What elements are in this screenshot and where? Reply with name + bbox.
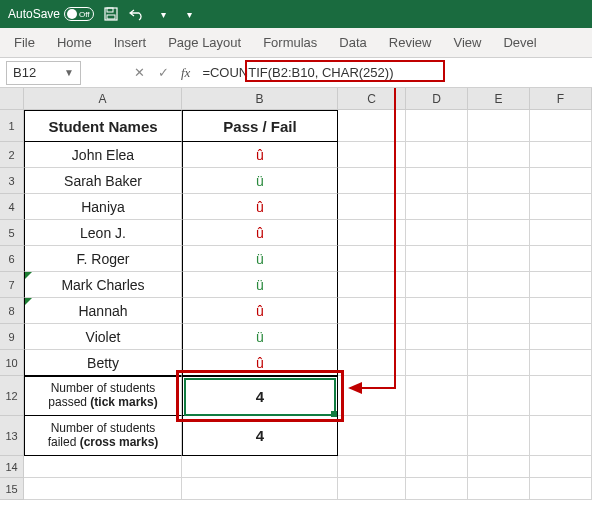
cell-A6[interactable]: F. Roger [24,246,182,272]
enter-formula-icon[interactable]: ✓ [155,65,171,80]
autosave-switch[interactable]: Off [64,7,94,21]
cell-D10[interactable] [406,350,468,376]
name-box[interactable]: B12 ▼ [6,61,81,85]
cell-A7[interactable]: Mark Charles [24,272,182,298]
fx-label[interactable]: fx [181,65,190,81]
cell-A12[interactable]: Number of students passed (tick marks) [24,376,182,416]
cell-E2[interactable] [468,142,530,168]
cell-D9[interactable] [406,324,468,350]
tab-formulas[interactable]: Formulas [263,35,317,50]
tab-view[interactable]: View [453,35,481,50]
cell-B4[interactable]: û [182,194,338,220]
row-header-10[interactable]: 10 [0,350,24,376]
cell-B1[interactable]: Pass / Fail [182,110,338,142]
row-header-15[interactable]: 15 [0,478,24,500]
cell-C5[interactable] [338,220,406,246]
cell-F15[interactable] [530,478,592,500]
cell-A4[interactable]: Haniya [24,194,182,220]
cell-A2[interactable]: John Elea [24,142,182,168]
cell-C6[interactable] [338,246,406,272]
cell-D12[interactable] [406,376,468,416]
cell-C2[interactable] [338,142,406,168]
cell-E13[interactable] [468,416,530,456]
cell-C14[interactable] [338,456,406,478]
cell-B9[interactable]: ü [182,324,338,350]
cell-C12[interactable] [338,376,406,416]
cell-F10[interactable] [530,350,592,376]
cell-E8[interactable] [468,298,530,324]
cell-E15[interactable] [468,478,530,500]
row-header-2[interactable]: 2 [0,142,24,168]
select-all-corner[interactable] [0,88,24,109]
cell-E1[interactable] [468,110,530,142]
cell-E9[interactable] [468,324,530,350]
cell-C3[interactable] [338,168,406,194]
row-header-3[interactable]: 3 [0,168,24,194]
cell-F13[interactable] [530,416,592,456]
cell-D13[interactable] [406,416,468,456]
tab-insert[interactable]: Insert [114,35,147,50]
cell-D3[interactable] [406,168,468,194]
cell-D5[interactable] [406,220,468,246]
cell-B6[interactable]: ü [182,246,338,272]
tab-review[interactable]: Review [389,35,432,50]
cell-A8[interactable]: Hannah [24,298,182,324]
cell-D6[interactable] [406,246,468,272]
row-header-12[interactable]: 12 [0,376,24,416]
row-header-8[interactable]: 8 [0,298,24,324]
cell-F9[interactable] [530,324,592,350]
formula-input[interactable] [196,61,592,85]
cell-B14[interactable] [182,456,338,478]
cell-F4[interactable] [530,194,592,220]
row-header-7[interactable]: 7 [0,272,24,298]
save-icon[interactable] [102,5,120,23]
cell-A5[interactable]: Leon J. [24,220,182,246]
cell-C7[interactable] [338,272,406,298]
cell-D15[interactable] [406,478,468,500]
cell-F2[interactable] [530,142,592,168]
redo-dropdown-icon[interactable]: ▾ [154,5,172,23]
cell-C8[interactable] [338,298,406,324]
tab-developer[interactable]: Devel [503,35,536,50]
cell-B8[interactable]: û [182,298,338,324]
cell-D2[interactable] [406,142,468,168]
row-header-13[interactable]: 13 [0,416,24,456]
cell-B2[interactable]: û [182,142,338,168]
tab-file[interactable]: File [14,35,35,50]
cell-B12[interactable]: 4 [182,376,338,416]
cell-C9[interactable] [338,324,406,350]
cell-A13[interactable]: Number of students failed (cross marks) [24,416,182,456]
cell-F3[interactable] [530,168,592,194]
cell-F5[interactable] [530,220,592,246]
cell-D7[interactable] [406,272,468,298]
cell-A14[interactable] [24,456,182,478]
cell-A3[interactable]: Sarah Baker [24,168,182,194]
col-header-F[interactable]: F [530,88,592,109]
cell-E14[interactable] [468,456,530,478]
cell-B5[interactable]: û [182,220,338,246]
cell-C4[interactable] [338,194,406,220]
cell-F1[interactable] [530,110,592,142]
col-header-C[interactable]: C [338,88,406,109]
cell-F6[interactable] [530,246,592,272]
cell-D14[interactable] [406,456,468,478]
cell-F7[interactable] [530,272,592,298]
cell-A1[interactable]: Student Names [24,110,182,142]
tab-data[interactable]: Data [339,35,366,50]
cell-E10[interactable] [468,350,530,376]
undo-icon[interactable] [128,5,146,23]
worksheet[interactable]: A B C D E F 1 Student Names Pass / Fail … [0,88,592,500]
customize-qat-icon[interactable]: ▾ [180,5,198,23]
cell-C15[interactable] [338,478,406,500]
cell-E12[interactable] [468,376,530,416]
row-header-9[interactable]: 9 [0,324,24,350]
name-box-dropdown-icon[interactable]: ▼ [64,67,74,78]
cell-D8[interactable] [406,298,468,324]
cell-E5[interactable] [468,220,530,246]
cell-A9[interactable]: Violet [24,324,182,350]
cell-B10[interactable]: û [182,350,338,376]
col-header-A[interactable]: A [24,88,182,109]
cell-E3[interactable] [468,168,530,194]
cell-B15[interactable] [182,478,338,500]
cell-F8[interactable] [530,298,592,324]
